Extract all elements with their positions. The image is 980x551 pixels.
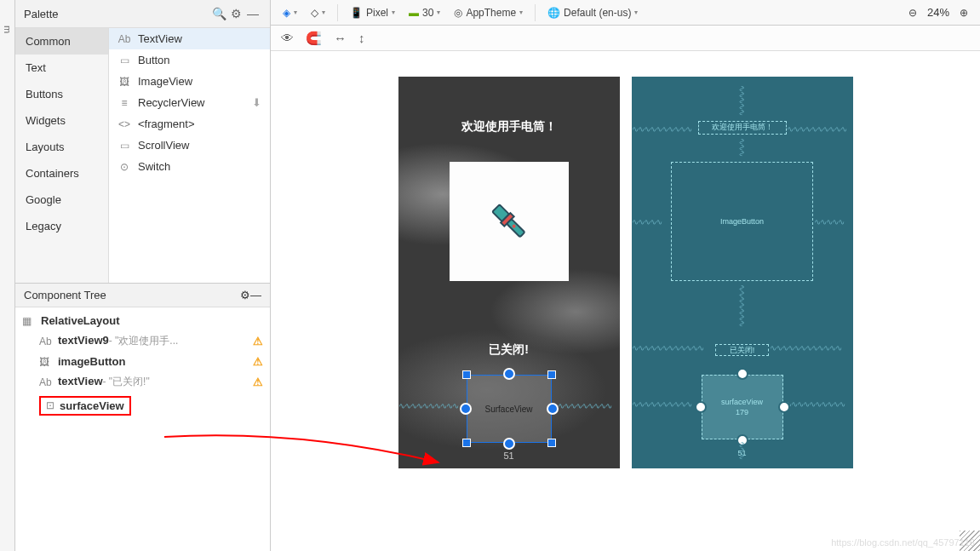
- expand-horizontal-icon[interactable]: ↔: [334, 31, 347, 45]
- search-icon[interactable]: 🔍: [210, 5, 227, 22]
- resize-handle[interactable]: [462, 439, 471, 447]
- resize-handle[interactable]: [547, 439, 556, 447]
- palette-cat-google[interactable]: Google: [15, 187, 108, 213]
- blueprint-preview[interactable]: ∿∿∿∿∿ ∿∿∿∿∿∿∿∿∿∿ ∿∿∿∿∿∿∿∿∿∿ 欢迎使用手电筒！ ∿∿∿…: [632, 77, 853, 468]
- palette-cat-common[interactable]: Common: [15, 28, 108, 55]
- zoom-in-button[interactable]: ⊕: [954, 3, 973, 22]
- palette-categories: Common Text Buttons Widgets Layouts Cont…: [15, 28, 109, 283]
- resize-handle[interactable]: [547, 370, 556, 379]
- watermark: https://blog.csdn.net/qq_45797116: [831, 537, 975, 548]
- theme-select[interactable]: ◎ AppTheme▾: [449, 3, 528, 22]
- image-button[interactable]: [450, 162, 569, 281]
- bp-imagebutton[interactable]: ImageButton: [671, 162, 812, 281]
- tree-item-imagebutton[interactable]: 🖼imageButton⚠: [15, 352, 270, 371]
- constraint-handle[interactable]: [503, 438, 515, 450]
- palette-header: Palette 🔍 ⚙ —: [15, 0, 270, 28]
- bp-surfaceview[interactable]: surfaceView 179 51: [702, 375, 783, 439]
- textview-icon: Ab: [39, 336, 53, 347]
- zoom-out-button[interactable]: ⊖: [903, 3, 922, 22]
- tree-item-textview9[interactable]: AbtextView9- "欢迎使用手...⚠: [15, 330, 270, 352]
- locale-select[interactable]: 🌐 Default (en-us) ▾: [542, 3, 643, 22]
- view-options-toolbar: 👁 🧲 ↔ ↕: [271, 26, 980, 51]
- palette-cat-containers[interactable]: Containers: [15, 160, 108, 187]
- gear-icon[interactable]: ⚙: [227, 5, 244, 22]
- palette-body: Common Text Buttons Widgets Layouts Cont…: [15, 28, 270, 284]
- palette-item-switch[interactable]: ⊙Switch: [109, 156, 270, 177]
- expand-vertical-icon[interactable]: ↕: [358, 31, 365, 45]
- surface-label: SurfaceView: [485, 405, 533, 414]
- palette-cat-legacy[interactable]: Legacy: [15, 213, 108, 239]
- design-preview[interactable]: 欢迎使用手电筒！ 已关闭! ∿∿∿∿∿∿∿∿∿∿ ∿∿∿∿∿∿∿∿∿∿: [398, 77, 620, 468]
- layout-editor: ◈▾ ◇▾ 📱 Pixel▾ ▬ 30▾ ◎ AppTheme▾ 🌐 Defau…: [271, 0, 980, 551]
- sidebar: Palette 🔍 ⚙ — Common Text Buttons Widget…: [15, 0, 271, 551]
- scroll-icon: ▭: [117, 140, 131, 152]
- constraint-handle[interactable]: [547, 403, 559, 415]
- left-tool-rail: m: [0, 0, 15, 551]
- surface-icon: ⊡: [46, 399, 60, 412]
- textview-icon: Ab: [117, 33, 131, 45]
- palette-cat-widgets[interactable]: Widgets: [15, 107, 108, 134]
- fragment-icon: <>: [117, 118, 131, 130]
- palette-item-fragment[interactable]: <><fragment>: [109, 113, 270, 135]
- gear-icon[interactable]: ⚙: [240, 289, 250, 301]
- design-toolbar: ◈▾ ◇▾ 📱 Pixel▾ ▬ 30▾ ◎ AppTheme▾ 🌐 Defau…: [271, 0, 980, 26]
- welcome-textview[interactable]: 欢迎使用手电筒！: [398, 119, 620, 135]
- warning-icon[interactable]: ⚠: [253, 355, 263, 368]
- dimension-label: 51: [503, 451, 513, 461]
- minimize-icon[interactable]: —: [244, 5, 261, 22]
- layout-icon: ▦: [22, 315, 36, 327]
- bp-status[interactable]: 已关闭!: [715, 344, 768, 356]
- palette-items: AbTextView ▭Button 🖼ImageView ≡RecyclerV…: [109, 28, 270, 283]
- component-tree-title: Component Tree: [24, 289, 240, 301]
- download-icon[interactable]: ⬇: [252, 96, 261, 109]
- list-icon: ≡: [117, 97, 131, 109]
- bp-welcome[interactable]: 欢迎使用手电筒！: [698, 121, 787, 135]
- palette-cat-buttons[interactable]: Buttons: [15, 81, 108, 107]
- surfaceview-selected[interactable]: SurfaceView 51: [467, 375, 552, 443]
- constraint-handle[interactable]: [778, 401, 790, 413]
- resize-handle[interactable]: [462, 370, 471, 379]
- palette-item-imageview[interactable]: 🖼ImageView: [109, 71, 270, 92]
- zoom-value: 24%: [927, 6, 949, 19]
- component-tree-header: Component Tree ⚙ —: [15, 284, 270, 307]
- surface-select-button[interactable]: ◈▾: [278, 3, 302, 22]
- palette-item-scrollview[interactable]: ▭ScrollView: [109, 135, 270, 156]
- device-select[interactable]: 📱 Pixel▾: [345, 3, 400, 22]
- image-icon: 🖼: [117, 76, 131, 88]
- status-textview[interactable]: 已关闭!: [398, 342, 620, 358]
- component-tree: ▦RelativeLayout AbtextView9- "欢迎使用手...⚠ …: [15, 307, 270, 551]
- flashlight-icon: [484, 196, 535, 247]
- constraint-handle[interactable]: [460, 403, 472, 415]
- palette-cat-layouts[interactable]: Layouts: [15, 134, 108, 160]
- constraint-handle[interactable]: [503, 368, 515, 380]
- api-select[interactable]: ▬ 30▾: [404, 3, 445, 22]
- magnet-icon[interactable]: 🧲: [306, 31, 322, 46]
- palette-item-recyclerview[interactable]: ≡RecyclerView⬇: [109, 92, 270, 113]
- design-canvas[interactable]: 欢迎使用手电筒！ 已关闭! ∿∿∿∿∿∿∿∿∿∿ ∿∿∿∿∿∿∿∿∿∿: [271, 51, 980, 551]
- orientation-button[interactable]: ◇▾: [306, 3, 330, 22]
- palette-cat-text[interactable]: Text: [15, 55, 108, 81]
- svg-rect-3: [507, 219, 524, 237]
- image-icon: 🖼: [39, 356, 53, 368]
- palette-item-button[interactable]: ▭Button: [109, 49, 270, 71]
- tree-item-textview[interactable]: AbtextView- "已关闭!"⚠: [15, 371, 270, 393]
- button-icon: ▭: [117, 55, 131, 66]
- visibility-icon[interactable]: 👁: [281, 31, 294, 45]
- textview-icon: Ab: [39, 376, 53, 388]
- tree-item-surfaceview[interactable]: ⊡surfaceView: [15, 393, 270, 419]
- palette-item-textview[interactable]: AbTextView: [109, 28, 270, 49]
- warning-icon[interactable]: ⚠: [253, 376, 263, 388]
- minimize-icon[interactable]: —: [250, 289, 261, 301]
- constraint-handle[interactable]: [736, 368, 748, 380]
- tree-root[interactable]: ▦RelativeLayout: [15, 311, 270, 330]
- palette-title: Palette: [24, 8, 210, 20]
- warning-icon[interactable]: ⚠: [253, 335, 263, 347]
- switch-icon: ⊙: [117, 161, 131, 173]
- constraint-handle[interactable]: [695, 401, 707, 413]
